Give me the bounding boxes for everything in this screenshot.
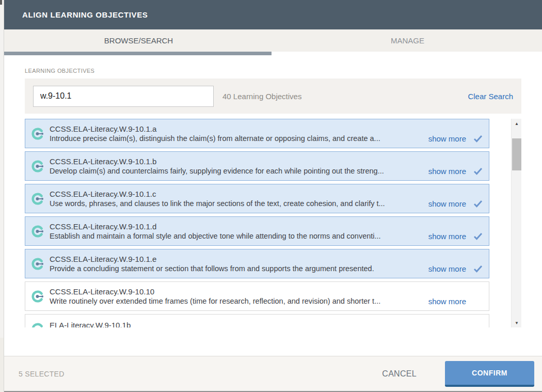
objective-description: Establish and maintain a formal style an… [50,231,423,241]
objective-item[interactable]: CCSS.ELA-Literacy.W.9-10.1.b Develop cla… [25,151,489,181]
objective-code: CCSS.ELA-Literacy.W.9-10.1.c [50,189,483,199]
tab-browse-search-label: BROWSE/SEARCH [104,36,173,45]
objective-target-icon [30,257,45,271]
objective-description: Write routinely over extended time frame… [50,296,423,306]
check-icon [473,265,483,273]
show-more-link[interactable]: show more [428,264,466,273]
objective-code: CCSS.ELA-Literacy.W.9-10.10 [50,287,483,296]
objective-item[interactable]: CCSS.ELA-Literacy.W.9-10.1.d Establish a… [25,216,489,246]
background-page-fragment [0,338,4,392]
objective-item[interactable]: CCSS.ELA-Literacy.W.9-10.1.e Provide a c… [25,249,489,278]
active-tab-indicator-bar [4,52,272,55]
check-icon [473,232,483,240]
objective-item[interactable]: CCSS.ELA-Literacy.W.9-10.1.c Use words, … [25,184,489,213]
tab-manage[interactable]: MANAGE [273,29,542,52]
objective-target-icon [30,224,45,239]
cancel-button[interactable]: CANCEL [382,369,417,379]
tab-browse-search[interactable]: BROWSE/SEARCH [4,29,273,52]
align-learning-objectives-dialog: ALIGN LEARNING OBJECTIVES BROWSE/SEARCH … [4,0,542,392]
show-more-link[interactable]: show more [428,297,466,306]
check-icon [473,167,483,175]
selected-count: 5 SELECTED [19,370,382,378]
dialog-footer: 5 SELECTED CANCEL CONFIRM [4,356,542,392]
tab-manage-label: MANAGE [391,36,424,45]
tab-bar: BROWSE/SEARCH MANAGE [4,29,542,52]
objective-code: CCSS.ELA-Literacy.W.9-10.1.b [50,156,483,166]
clear-search-link[interactable]: Clear Search [468,92,513,101]
objective-description: Develop claim(s) and counterclaims fairl… [50,166,423,176]
objective-target-icon [30,127,45,141]
show-more-link[interactable]: show more [428,134,466,143]
objective-description: Use words, phrases, and clauses to link … [50,199,423,209]
list-scrollbar[interactable]: ▲ ▼ [511,119,521,327]
objectives-list: CCSS.ELA-Literacy.W.9-10.1.a Introduce p… [25,119,521,327]
objective-target-icon [30,159,45,174]
objective-code: CCSS.ELA-Literacy.W.9-10.1.a [50,124,483,134]
objective-item[interactable]: ELA-Literacy.W.9-10.1b [25,314,489,327]
objective-code: CCSS.ELA-Literacy.W.9-10.1.d [50,222,483,231]
background-page-fragment [0,0,2,5]
dialog-title: ALIGN LEARNING OBJECTIVES [22,10,148,19]
objective-description: Provide a concluding statement or sectio… [50,264,423,274]
objective-code: ELA-Literacy.W.9-10.1b [50,320,483,328]
show-more-link[interactable]: show more [428,232,466,241]
background-page-strip [0,0,4,392]
objective-target-icon [30,289,45,304]
confirm-button[interactable]: CONFIRM [445,361,534,387]
dialog-body: LEARNING OBJECTIVES 40 Learning Objectiv… [4,55,542,356]
show-more-link[interactable]: show more [428,167,466,176]
objective-item[interactable]: CCSS.ELA-Literacy.W.9-10.10 Write routin… [25,281,489,311]
check-icon [473,135,483,143]
scroll-up-arrow-icon[interactable]: ▲ [512,119,521,128]
objective-description: Introduce precise claim(s), distinguish … [50,134,423,144]
scroll-down-arrow-icon[interactable]: ▼ [512,318,521,327]
search-bar: 40 Learning Objectives Clear Search [25,79,521,114]
result-count: 40 Learning Objectives [222,92,468,101]
search-input[interactable] [33,86,214,107]
objective-target-icon [30,322,45,328]
objective-code: CCSS.ELA-Literacy.W.9-10.1.e [50,254,483,264]
scrollbar-thumb[interactable] [512,138,521,170]
dialog-header: ALIGN LEARNING OBJECTIVES [4,0,542,29]
objective-target-icon [30,192,45,206]
active-tab-indicator [4,52,542,55]
learning-objectives-section-label: LEARNING OBJECTIVES [25,68,521,74]
check-icon [473,200,483,208]
show-more-link[interactable]: show more [428,199,466,208]
objective-item[interactable]: CCSS.ELA-Literacy.W.9-10.1.a Introduce p… [25,119,489,148]
